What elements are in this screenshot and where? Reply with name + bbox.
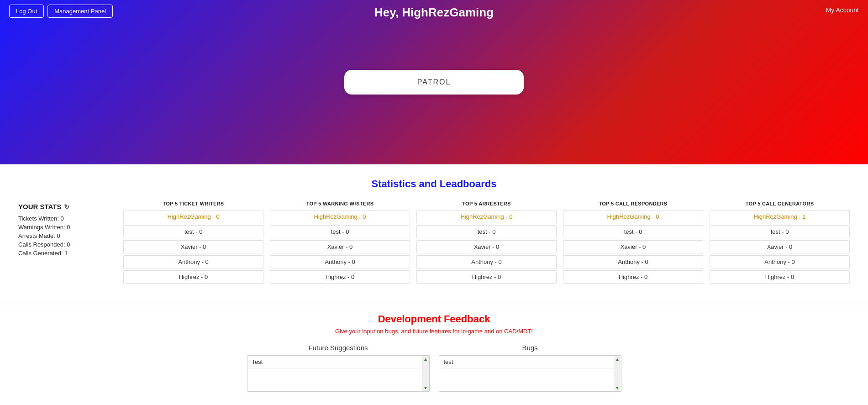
statistics-title: Statistics and Leadboards <box>18 178 850 190</box>
list-item: Anthony - 0 <box>123 255 263 268</box>
dev-feedback-subtitle: Give your input on bugs, and future feat… <box>18 328 850 335</box>
bugs-title: Bugs <box>439 344 621 352</box>
list-item: Xavier - 0 <box>123 240 263 253</box>
list-item: Xavier - 0 <box>270 240 410 253</box>
list-item: test - 0 <box>563 225 703 238</box>
list-item: Anthony - 0 <box>563 255 703 268</box>
list-item: test <box>439 356 621 368</box>
leaderboard-call-generators: TOP 5 CALL GENERATORS HighRezGaming - 1 … <box>710 201 850 285</box>
stats-leaderboards-section: Statistics and Leadboards YOUR STATS ↻ T… <box>0 164 868 304</box>
list-item: HighRezGaming - 1 <box>710 210 850 223</box>
list-item: HighRezGaming - 0 <box>416 210 557 223</box>
lb-call-responders-title: TOP 5 CALL RESPONDERS <box>563 201 703 206</box>
list-item: Xavier - 0 <box>710 240 850 253</box>
list-item: Test <box>247 356 429 368</box>
stat-calls-generated: Calls Generated: 1 <box>18 250 110 257</box>
list-item: Anthony - 0 <box>710 255 850 268</box>
list-item: Highrez - 0 <box>416 270 557 284</box>
scroll-up-icon[interactable]: ▲ <box>615 357 620 362</box>
your-stats-title: YOUR STATS ↻ <box>18 203 110 210</box>
list-item: Xavier - 0 <box>416 240 557 253</box>
leaderboard-arresters: TOP 5 ARRESTERS HighRezGaming - 0 test -… <box>416 201 557 285</box>
scroll-down-icon[interactable]: ▼ <box>615 385 620 390</box>
refresh-icon[interactable]: ↻ <box>64 203 69 210</box>
stat-arrests: Arrests Made: 0 <box>18 232 110 239</box>
list-item: test - 0 <box>416 225 557 238</box>
list-item: test - 0 <box>123 225 263 238</box>
lb-arresters-title: TOP 5 ARRESTERS <box>416 201 557 206</box>
lb-ticket-writers-title: TOP 5 TICKET WRITERS <box>123 201 263 206</box>
leaderboard-ticket-writers: TOP 5 TICKET WRITERS HighRezGaming - 0 t… <box>123 201 263 285</box>
list-item: test - 0 <box>270 225 410 238</box>
page-title: Hey, HighRezGaming <box>374 5 494 20</box>
bugs-col: Bugs test ▲ ▼ <box>439 344 621 392</box>
stat-calls-responded: Calls Responded: 0 <box>18 241 110 248</box>
list-item: Highrez - 0 <box>710 270 850 284</box>
scroll-track <box>614 362 621 385</box>
patrol-button[interactable]: PATROL <box>344 70 524 95</box>
feedback-row: Future Suggestions Test ▲ ▼ Bugs test ▲ … <box>18 344 850 392</box>
list-item: Highrez - 0 <box>123 270 263 284</box>
future-suggestions-title: Future Suggestions <box>247 344 430 352</box>
scroll-down-icon[interactable]: ▼ <box>423 385 428 390</box>
suggestions-scrollbar[interactable]: ▲ ▼ <box>422 356 429 391</box>
future-suggestions-col: Future Suggestions Test ▲ ▼ <box>247 344 430 392</box>
lb-warning-writers-title: TOP 5 WARNING WRITERS <box>270 201 410 206</box>
bugs-scrollbar[interactable]: ▲ ▼ <box>614 356 621 391</box>
your-stats-panel: YOUR STATS ↻ Tickets Written: 0 Warnings… <box>18 201 110 258</box>
stat-tickets: Tickets Written: 0 <box>18 215 110 222</box>
content-row: YOUR STATS ↻ Tickets Written: 0 Warnings… <box>18 201 850 285</box>
list-item: test - 0 <box>710 225 850 238</box>
stat-warnings: Warnings Written: 0 <box>18 224 110 231</box>
dev-feedback-title: Development Feedback <box>18 313 850 325</box>
list-item: Highrez - 0 <box>270 270 410 284</box>
dev-feedback-section: Development Feedback Give your input on … <box>0 304 868 405</box>
leaderboards-container: TOP 5 TICKET WRITERS HighRezGaming - 0 t… <box>123 201 850 285</box>
leaderboard-call-responders: TOP 5 CALL RESPONDERS HighRezGaming - 0 … <box>563 201 703 285</box>
management-panel-button[interactable]: Management Panel <box>47 5 113 18</box>
list-item: Highrez - 0 <box>563 270 703 284</box>
leaderboard-warning-writers: TOP 5 WARNING WRITERS HighRezGaming - 0 … <box>270 201 410 285</box>
lb-call-generators-title: TOP 5 CALL GENERATORS <box>710 201 850 206</box>
list-item: HighRezGaming - 0 <box>123 210 263 223</box>
list-item: HighRezGaming - 0 <box>563 210 703 223</box>
scroll-track <box>422 362 429 385</box>
list-item: Anthony - 0 <box>270 255 410 268</box>
bugs-box: test ▲ ▼ <box>439 355 621 392</box>
header-banner: Log Out Management Panel Hey, HighRezGam… <box>0 0 868 164</box>
list-item: Anthony - 0 <box>416 255 557 268</box>
scroll-up-icon[interactable]: ▲ <box>423 357 428 362</box>
future-suggestions-box: Test ▲ ▼ <box>247 355 430 392</box>
logout-button[interactable]: Log Out <box>9 5 44 18</box>
list-item: Xavier - 0 <box>563 240 703 253</box>
my-account-link[interactable]: My Account <box>826 6 859 14</box>
list-item: HighRezGaming - 0 <box>270 210 410 223</box>
